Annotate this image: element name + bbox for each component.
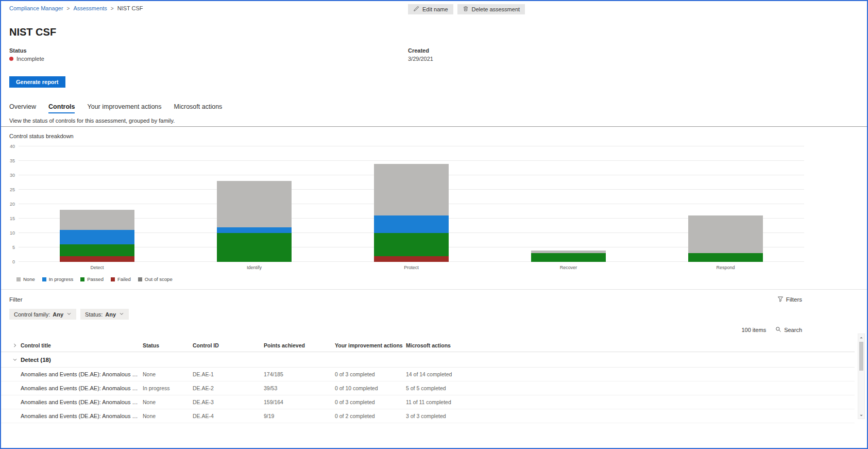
delete-assessment-label: Delete assessment bbox=[472, 6, 520, 12]
bar-slot-identify bbox=[176, 146, 333, 262]
column-header-control-title[interactable]: Control title bbox=[21, 342, 143, 348]
breadcrumb-separator: > bbox=[67, 6, 70, 11]
header-action-buttons: Edit name Delete assessment bbox=[408, 4, 525, 14]
cell-control-id: DE.AE-3 bbox=[193, 399, 264, 405]
filters-label: Filters bbox=[786, 296, 802, 303]
y-axis-tick-label: 20 bbox=[10, 202, 15, 207]
table-body: Anomalies and Events (DE.AE): Anomalous … bbox=[1, 368, 855, 423]
bar-segment-passed bbox=[217, 233, 292, 262]
edit-name-button[interactable]: Edit name bbox=[408, 4, 453, 14]
y-axis-tick-label: 5 bbox=[12, 245, 15, 250]
table-row[interactable]: Anomalies and Events (DE.AE): Anomalous … bbox=[1, 409, 855, 423]
tab-microsoft-actions[interactable]: Microsoft actions bbox=[174, 103, 223, 113]
column-header-control-id[interactable]: Control ID bbox=[193, 342, 264, 348]
status-dot-icon bbox=[9, 57, 13, 61]
breadcrumb-assessments[interactable]: Assessments bbox=[73, 5, 107, 11]
y-axis-tick-label: 0 bbox=[12, 259, 15, 264]
tab-overview[interactable]: Overview bbox=[9, 103, 36, 113]
scroll-up-arrow-icon[interactable] bbox=[858, 334, 864, 341]
page-title: NIST CSF bbox=[1, 15, 867, 37]
assessment-meta: Status Incomplete Created 3/29/2021 bbox=[1, 37, 867, 63]
status-value-row: Incomplete bbox=[9, 56, 859, 62]
legend-label: Passed bbox=[87, 276, 104, 282]
items-count: 100 items bbox=[741, 327, 766, 333]
breadcrumb-current: NIST CSF bbox=[117, 5, 143, 11]
status-value: Incomplete bbox=[16, 56, 44, 62]
bar-segment-none bbox=[60, 210, 134, 230]
stacked-bar-protect bbox=[374, 164, 449, 262]
bar-slot-protect bbox=[333, 146, 490, 262]
status-filter-value: Any bbox=[105, 311, 116, 318]
scroll-down-arrow-icon[interactable] bbox=[858, 412, 864, 419]
cell-points-achieved: 39/53 bbox=[264, 385, 335, 391]
group-row-detect[interactable]: Detect (18) bbox=[1, 352, 855, 368]
funnel-icon bbox=[777, 296, 784, 303]
expand-all-chevron-right-icon[interactable] bbox=[12, 343, 21, 348]
legend-item-none: None bbox=[16, 276, 35, 282]
column-header-your-improvement-actions[interactable]: Your improvement actions bbox=[335, 342, 406, 348]
search-icon bbox=[775, 326, 781, 334]
legend-swatch-icon bbox=[16, 277, 21, 281]
y-axis-tick-label: 35 bbox=[10, 158, 15, 163]
x-axis-label-protect: Protect bbox=[333, 265, 490, 270]
cell-your-improvement-actions: 0 of 3 completed bbox=[335, 371, 406, 377]
table-row[interactable]: Anomalies and Events (DE.AE): Anomalous … bbox=[1, 381, 855, 395]
legend-label: In progress bbox=[49, 276, 74, 282]
bar-slot-respond bbox=[647, 146, 804, 262]
list-toolbar: 100 items Search bbox=[1, 320, 867, 334]
legend-label: Failed bbox=[117, 276, 131, 282]
legend-item-out-of-scope: Out of scope bbox=[138, 276, 173, 282]
stacked-bar-recover bbox=[531, 251, 606, 262]
chevron-down-icon bbox=[65, 311, 72, 318]
legend-item-in-progress: In progress bbox=[42, 276, 74, 282]
control-family-filter-value: Any bbox=[53, 311, 63, 318]
y-axis-tick-label: 25 bbox=[10, 187, 15, 192]
filter-pills: Control family: Any Status: Any bbox=[1, 303, 867, 320]
cell-control-id: DE.AE-4 bbox=[193, 413, 264, 419]
table-row[interactable]: Anomalies and Events (DE.AE): Anomalous … bbox=[1, 368, 855, 381]
scrollbar-thumb[interactable] bbox=[859, 342, 863, 371]
cell-status: None bbox=[143, 399, 193, 405]
stacked-bar-respond bbox=[688, 215, 763, 262]
breadcrumb-compliance-manager[interactable]: Compliance Manager bbox=[9, 5, 63, 11]
chevron-down-icon bbox=[12, 357, 21, 362]
bar-segment-in-progress bbox=[60, 230, 134, 244]
cell-points-achieved: 174/185 bbox=[264, 371, 335, 377]
breadcrumb-separator: > bbox=[111, 6, 114, 11]
control-family-filter-label: Control family: bbox=[14, 311, 50, 318]
bar-segment-none bbox=[688, 215, 763, 253]
column-header-microsoft-actions[interactable]: Microsoft actions bbox=[406, 342, 855, 348]
bar-segment-passed bbox=[531, 253, 606, 262]
cell-control-title: Anomalies and Events (DE.AE): Anomalous … bbox=[21, 371, 143, 377]
legend-item-passed: Passed bbox=[80, 276, 104, 282]
filter-row: Filter Filters bbox=[1, 290, 867, 303]
table-row[interactable]: Anomalies and Events (DE.AE): Anomalous … bbox=[1, 395, 855, 409]
legend-swatch-icon bbox=[111, 277, 115, 281]
compliance-manager-window: Compliance Manager > Assessments > NIST … bbox=[0, 0, 868, 449]
cell-control-title: Anomalies and Events (DE.AE): Anomalous … bbox=[21, 413, 143, 419]
column-header-status[interactable]: Status bbox=[143, 342, 193, 348]
filters-button[interactable]: Filters bbox=[777, 296, 802, 303]
status-filter-dropdown[interactable]: Status: Any bbox=[80, 309, 129, 320]
legend-swatch-icon bbox=[138, 277, 142, 281]
cell-points-achieved: 9/19 bbox=[264, 413, 335, 419]
control-family-filter-dropdown[interactable]: Control family: Any bbox=[9, 309, 76, 320]
table-header-row: Control title Status Control ID Points a… bbox=[1, 339, 855, 352]
vertical-scrollbar[interactable] bbox=[858, 334, 865, 419]
delete-assessment-button[interactable]: Delete assessment bbox=[457, 4, 525, 14]
tab-controls[interactable]: Controls bbox=[48, 103, 75, 113]
generate-report-button[interactable]: Generate report bbox=[9, 76, 65, 88]
chevron-down-icon bbox=[117, 311, 124, 318]
edit-name-label: Edit name bbox=[422, 6, 448, 12]
created-section: Created 3/29/2021 bbox=[408, 47, 433, 62]
cell-status: In progress bbox=[143, 385, 193, 391]
column-header-points-achieved[interactable]: Points achieved bbox=[264, 342, 335, 348]
tab-your-improvement-actions[interactable]: Your improvement actions bbox=[87, 103, 161, 113]
cell-your-improvement-actions: 0 of 2 completed bbox=[335, 413, 406, 419]
y-axis-tick-label: 10 bbox=[10, 230, 15, 236]
cell-control-title: Anomalies and Events (DE.AE): Anomalous … bbox=[21, 385, 143, 391]
bar-segment-passed bbox=[688, 253, 763, 262]
search-button[interactable]: Search bbox=[775, 326, 802, 334]
group-label: Detect (18) bbox=[21, 357, 143, 363]
bar-segment-none bbox=[374, 164, 449, 216]
